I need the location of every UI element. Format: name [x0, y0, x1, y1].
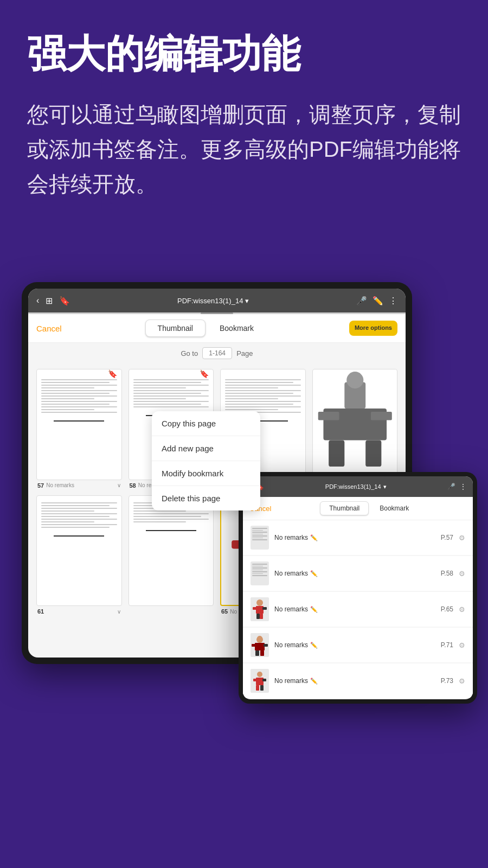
svg-rect-33 — [256, 678, 264, 685]
svg-rect-37 — [260, 685, 264, 691]
svg-rect-22 — [260, 614, 263, 619]
page-title: 强大的编辑功能 — [27, 33, 461, 75]
tablet-topbar: ‹ ⊞ 🔖 PDF:wissen13(1)_14 ▾ 🎤 ✏️ ⋮ — [28, 289, 406, 312]
context-modify-bookmark[interactable]: Modify bookmark — [152, 461, 260, 486]
topbar-right: 🎤 ✏️ ⋮ — [356, 296, 397, 306]
bookmark-name-57: No remarks ✏️ — [274, 534, 435, 541]
context-add-page[interactable]: Add new page — [152, 436, 260, 461]
bookmark-item-73[interactable]: No remarks ✏️ P.73 ⚙ — [243, 663, 473, 698]
thumb-art-60 — [313, 369, 397, 480]
more-options-button[interactable]: More options — [349, 321, 397, 335]
bookmark-name-73: No remarks ✏️ — [274, 677, 435, 685]
tab-bookmark-2[interactable]: Bookmark — [371, 501, 418, 515]
bookmark-info-65: No remarks ✏️ — [274, 605, 435, 613]
svg-rect-27 — [264, 644, 268, 647]
gear-icon-73[interactable]: ⚙ — [459, 677, 465, 685]
goto-row: Go to Page — [28, 343, 406, 363]
svg-rect-3 — [365, 440, 381, 467]
svg-rect-18 — [256, 606, 264, 614]
thumb-item-61[interactable]: 61 ∨ — [36, 495, 122, 615]
back-icon[interactable]: ‹ — [36, 296, 39, 305]
tab-thumbnail-2[interactable]: Thumbnail — [320, 501, 369, 515]
bookmark-page-73: P.73 — [441, 677, 453, 685]
device-container: ‹ ⊞ 🔖 PDF:wissen13(1)_14 ▾ 🎤 ✏️ ⋮ — [22, 282, 466, 664]
topbar-left: ‹ ⊞ 🔖 — [36, 296, 70, 306]
edit-icon-57[interactable]: ✏️ — [310, 534, 318, 541]
bookmark-thumb-57 — [251, 526, 269, 550]
bookmark-info-57: No remarks ✏️ — [274, 534, 435, 541]
page-label: Page — [236, 349, 253, 358]
context-delete-page[interactable]: Delete this page — [152, 486, 260, 510]
svg-rect-34 — [253, 679, 257, 681]
bookmark-page-58: P.58 — [441, 570, 453, 577]
header-section: 强大的编辑功能 您可以通过鸟瞰图增删页面，调整页序，复制或添加书签备注。更多高级… — [0, 0, 488, 218]
thumb-item-60[interactable]: 60 ∨ — [312, 369, 398, 489]
secondary-topbar-center: PDF:wissen13(1)_14 ▾ — [264, 483, 447, 490]
bookmark-name-65: No remarks ✏️ — [274, 605, 435, 613]
svg-rect-29 — [255, 650, 259, 656]
bookmark-item-57[interactable]: No remarks ✏️ P.57 ⚙ — [243, 520, 473, 555]
svg-rect-30 — [260, 650, 264, 656]
edit-icon-73[interactable]: ✏️ — [310, 678, 318, 685]
tab-bookmark[interactable]: Bookmark — [208, 320, 266, 337]
bookmark-icon[interactable]: 🔖 — [59, 296, 70, 306]
mic-icon[interactable]: 🎤 — [356, 296, 367, 306]
bookmark-page-57: P.57 — [441, 534, 453, 541]
more-icon[interactable]: ⋮ — [389, 296, 397, 306]
gear-icon-71[interactable]: ⚙ — [459, 641, 465, 649]
context-copy-page[interactable]: Copy this page — [152, 411, 260, 436]
svg-rect-20 — [262, 607, 267, 610]
bookmark-info-73: No remarks ✏️ — [274, 677, 435, 685]
svg-point-4 — [346, 372, 363, 388]
thumb-label-57: 57 No remarks ∨ — [36, 482, 122, 489]
svg-point-17 — [256, 599, 263, 606]
thumbnail-toolbar: Cancel Thumbnail Bookmark More options — [28, 314, 406, 343]
secondary-filename: PDF:wissen13(1)_14 — [325, 483, 381, 490]
thumb-page-61 — [36, 495, 122, 607]
svg-point-28 — [257, 636, 262, 641]
bookmark-thumb-65 — [251, 597, 269, 621]
svg-rect-2 — [329, 440, 344, 467]
bookmark-thumb-71 — [251, 633, 269, 657]
bookmark-item-58[interactable]: No remarks ✏️ P.58 ⚙ — [243, 556, 473, 591]
thumb-item-57[interactable]: 🔖 — [36, 369, 122, 489]
bookmark-thumb-73 — [251, 669, 269, 693]
bookmark-name-58: No remarks ✏️ — [274, 570, 435, 577]
pen-icon[interactable]: ✏️ — [373, 296, 383, 306]
filename-label: PDF:wissen13(1)_14 — [177, 297, 243, 305]
tab-thumbnail[interactable]: Thumbnail — [145, 320, 206, 337]
gear-icon-65[interactable]: ⚙ — [459, 605, 465, 614]
topbar-center: PDF:wissen13(1)_14 ▾ — [70, 297, 356, 305]
page-input[interactable] — [202, 347, 232, 359]
gear-icon-57[interactable]: ⚙ — [459, 534, 465, 542]
bookmark-item-65[interactable]: No remarks ✏️ P.65 ⚙ — [243, 592, 473, 627]
more-icon-2[interactable]: ⋮ — [460, 483, 466, 490]
svg-rect-25 — [255, 643, 265, 650]
thumb-page-empty — [129, 495, 214, 607]
bookmark-list: No remarks ✏️ P.57 ⚙ — [243, 520, 473, 698]
grid-icon[interactable]: ⊞ — [46, 296, 53, 306]
secondary-tablet-screen: ‹ 🔖 PDF:wissen13(1)_14 ▾ 🎤 ⋮ Cancel Thum… — [243, 476, 473, 699]
thumb-item-empty[interactable] — [129, 495, 214, 615]
secondary-toolbar: Cancel Thumbnail Bookmark — [243, 497, 473, 520]
cancel-button[interactable]: Cancel — [36, 324, 62, 333]
secondary-tablet: ‹ 🔖 PDF:wissen13(1)_14 ▾ 🎤 ⋮ Cancel Thum… — [239, 472, 477, 704]
tab-group: Thumbnail Bookmark — [62, 320, 349, 337]
svg-rect-6 — [370, 412, 391, 420]
bookmark-info-71: No remarks ✏️ — [274, 641, 435, 649]
bookmark-info-58: No remarks ✏️ — [274, 570, 435, 577]
svg-rect-19 — [253, 607, 257, 610]
edit-icon-58[interactable]: ✏️ — [310, 570, 318, 577]
gear-icon-58[interactable]: ⚙ — [459, 570, 465, 578]
thumb-lines-61 — [37, 496, 121, 534]
bookmark-58: 🔖 — [200, 369, 209, 378]
svg-rect-26 — [252, 644, 256, 647]
mic-icon-2[interactable]: 🎤 — [447, 483, 455, 490]
edit-icon-71[interactable]: ✏️ — [310, 642, 318, 649]
tab-group-2: Thumbnail Bookmark — [271, 501, 466, 515]
svg-point-32 — [257, 672, 262, 677]
edit-icon-65[interactable]: ✏️ — [310, 606, 318, 613]
bookmark-item-71[interactable]: No remarks ✏️ P.71 ⚙ — [243, 628, 473, 662]
filename-chevron[interactable]: ▾ — [245, 297, 249, 305]
secondary-topbar: ‹ 🔖 PDF:wissen13(1)_14 ▾ 🎤 ⋮ — [243, 476, 473, 497]
